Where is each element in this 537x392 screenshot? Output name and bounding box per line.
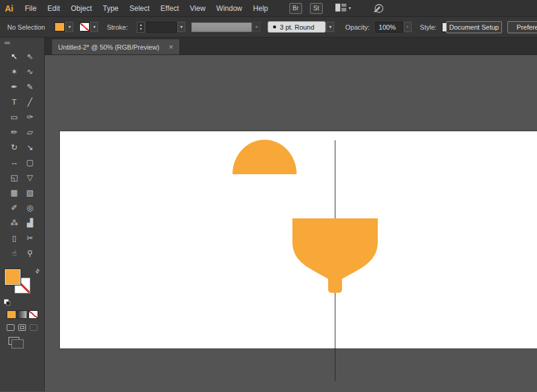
chevron-down-icon: ▾: [349, 5, 351, 11]
control-bar: No Selection ▼ ▼ Stroke: ▲▼ ▼ ▼ 3 pt. Ro…: [0, 17, 537, 38]
collapse-panel-button[interactable]: ««: [0, 38, 14, 46]
draw-behind-button[interactable]: [18, 324, 26, 331]
scale-tool[interactable]: ↘: [22, 140, 38, 155]
screen-mode-button[interactable]: [8, 337, 19, 345]
opacity-chevron[interactable]: ›: [404, 22, 412, 32]
zoom-tool[interactable]: ⚲: [22, 246, 38, 261]
eyedropper-tool[interactable]: ✐: [7, 200, 22, 215]
draw-inside-button[interactable]: [30, 324, 38, 331]
pen-tool[interactable]: ✒: [7, 79, 22, 94]
shape-builder-tool[interactable]: ◱: [7, 170, 22, 185]
fill-stroke-widget: ⇄: [5, 269, 36, 299]
line-segment-tool[interactable]: ╱: [22, 94, 38, 109]
document-tab-bar: Untitled-2* @ 50% (RGB/Preview) ×: [45, 38, 537, 55]
illustrator-logo: Ai: [5, 4, 13, 13]
eraser-tool[interactable]: ▱: [22, 125, 38, 140]
hand-tool[interactable]: ☝: [7, 246, 22, 261]
curvature-tool[interactable]: ✎: [22, 79, 38, 94]
workspace-switcher[interactable]: ▾: [335, 4, 351, 13]
default-fill-stroke-button[interactable]: [4, 299, 9, 304]
workspace-icon: [335, 4, 346, 13]
column-graph-tool[interactable]: ▟: [22, 215, 38, 230]
swap-fill-stroke-button[interactable]: ⇄: [34, 267, 41, 275]
drawing-modes-row: [7, 324, 38, 331]
none-button[interactable]: [28, 310, 38, 319]
artboard-tool[interactable]: ▯: [7, 230, 22, 246]
slice-tool[interactable]: ✂: [22, 230, 38, 246]
document-tab-title: Untitled-2* @ 50% (RGB/Preview): [58, 44, 159, 51]
color-mode-row: [7, 310, 38, 319]
menu-file[interactable]: File: [19, 4, 42, 13]
menu-select[interactable]: Select: [124, 4, 155, 13]
canvas[interactable]: [45, 55, 537, 391]
stroke-color-swatch[interactable]: [79, 22, 90, 31]
menu-edit[interactable]: Edit: [42, 4, 65, 13]
style-label: Style:: [420, 24, 437, 31]
paintbrush-tool[interactable]: ✑: [22, 109, 38, 125]
selection-status: No Selection: [7, 24, 45, 31]
close-tab-icon[interactable]: ×: [169, 43, 173, 51]
stroke-weight-stepper[interactable]: ▲▼: [137, 22, 145, 33]
fill-color-swatch[interactable]: [54, 22, 65, 31]
rotate-tool[interactable]: ↻: [7, 140, 22, 155]
brush-dropdown[interactable]: 3 pt. Round: [268, 21, 326, 33]
lasso-tool[interactable]: ∿: [22, 64, 38, 79]
stock-button[interactable]: St: [310, 3, 323, 14]
rectangle-tool[interactable]: ▭: [7, 109, 22, 125]
document-tab[interactable]: Untitled-2* @ 50% (RGB/Preview) ×: [52, 39, 179, 54]
menu-effect[interactable]: Effect: [155, 4, 184, 13]
width-profile-chevron[interactable]: ▼: [252, 22, 260, 32]
draw-normal-button[interactable]: [7, 324, 15, 331]
stroke-dropdown-button[interactable]: ▼: [90, 22, 98, 32]
gpu-performance-icon[interactable]: [372, 3, 384, 13]
width-profile-dropdown[interactable]: [191, 22, 252, 32]
stroke-weight-dropdown[interactable]: ▼: [177, 22, 185, 32]
direct-selection-tool[interactable]: ⇖: [22, 49, 38, 64]
menu-help[interactable]: Help: [248, 4, 274, 13]
brush-preview-icon: [273, 25, 276, 28]
menu-object[interactable]: Object: [65, 4, 97, 13]
pencil-tool[interactable]: ✏: [7, 125, 22, 140]
fill-dropdown-button[interactable]: ▼: [65, 22, 73, 32]
mesh-tool[interactable]: ▦: [7, 185, 22, 200]
color-button[interactable]: [7, 310, 16, 319]
menu-items: FileEditObjectTypeSelectEffectViewWindow…: [19, 4, 274, 13]
menu-window[interactable]: Window: [211, 4, 248, 13]
funnel-shape[interactable]: [292, 218, 378, 293]
gradient-tool[interactable]: ▧: [22, 185, 38, 200]
width-tool[interactable]: ↔: [7, 155, 22, 170]
menu-view[interactable]: View: [185, 4, 211, 13]
menu-bar: Ai FileEditObjectTypeSelectEffectViewWin…: [0, 0, 537, 17]
symbol-sprayer-tool[interactable]: ⁂: [7, 215, 22, 230]
tools-panel: «« ↖⇖✶∿✒✎T╱▭✑✏▱↻↘↔▢◱▽▦▧✐◎⁂▟▯✂☝⚲ ⇄: [0, 38, 45, 391]
opacity-field[interactable]: 100%: [375, 22, 403, 33]
gradient-button[interactable]: [18, 310, 27, 319]
preferences-button[interactable]: Preferences: [507, 21, 537, 33]
bridge-button[interactable]: Br: [289, 3, 302, 14]
stroke-weight-field[interactable]: [147, 22, 177, 33]
document-setup-button[interactable]: Document Setup: [446, 21, 502, 33]
magic-wand-tool[interactable]: ✶: [7, 64, 22, 79]
perspective-grid-tool[interactable]: ▽: [22, 170, 38, 185]
brush-value: 3 pt. Round: [280, 24, 314, 31]
brush-chevron[interactable]: ▼: [326, 22, 334, 32]
menu-type[interactable]: Type: [97, 4, 124, 13]
fill-indicator[interactable]: [5, 269, 21, 285]
stroke-label: Stroke:: [107, 24, 128, 31]
type-tool[interactable]: T: [7, 94, 22, 109]
selection-tool[interactable]: ↖: [7, 49, 22, 64]
semicircle-shape[interactable]: [232, 140, 297, 174]
opacity-label: Opacity:: [345, 24, 369, 31]
tools-grid: ↖⇖✶∿✒✎T╱▭✑✏▱↻↘↔▢◱▽▦▧✐◎⁂▟▯✂☝⚲: [7, 49, 38, 261]
free-transform-tool[interactable]: ▢: [22, 155, 38, 170]
blend-tool[interactable]: ◎: [22, 200, 38, 215]
